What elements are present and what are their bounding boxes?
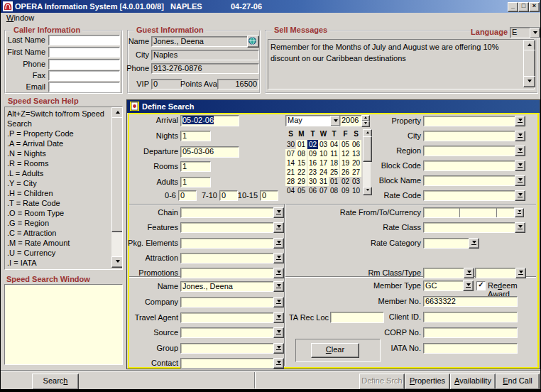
calendar-day[interactable]: 06 (307, 186, 318, 195)
email-field[interactable] (48, 82, 120, 92)
calendar-day[interactable]: 08 (329, 186, 339, 195)
source-lov-button[interactable] (273, 327, 284, 338)
close-button[interactable]: × (529, 2, 540, 12)
nights-field[interactable]: 1 (180, 131, 211, 141)
pkg-elements-lov-button[interactable] (273, 238, 284, 249)
contact-lov-button[interactable] (273, 358, 284, 369)
list-item[interactable]: .H = Children (7, 188, 108, 198)
name-field[interactable]: Jones., Deena (180, 281, 276, 292)
company-lov-button[interactable] (273, 297, 284, 307)
calendar-day[interactable]: 01 (329, 177, 339, 186)
menu-item-window[interactable]: Window (6, 13, 34, 22)
vip-field[interactable]: 0 (151, 79, 182, 89)
group-field[interactable] (180, 343, 276, 354)
redeem-award-checkbox[interactable]: ✓ (476, 281, 486, 290)
calendar-day[interactable]: 31 (318, 177, 329, 186)
minimize-button[interactable]: _ (508, 2, 518, 12)
scrollbar-thumb[interactable] (111, 117, 123, 232)
promotions-lov-button[interactable] (273, 268, 284, 278)
corp-no-field[interactable] (423, 327, 518, 338)
arrival-field[interactable]: 05-02-06 (180, 115, 239, 126)
adults-field[interactable]: 1 (180, 177, 211, 187)
list-item[interactable]: .U = Currency (7, 248, 108, 258)
first-name-field[interactable] (48, 47, 120, 58)
calendar-day[interactable]: 11 (329, 149, 339, 158)
features-lov-button[interactable] (273, 222, 284, 233)
list-item[interactable]: .M = Rate Amount (7, 238, 108, 248)
calendar-day[interactable]: 01 (296, 140, 307, 149)
guest-name-field[interactable]: Jones., Deena (151, 36, 248, 47)
rate-code-field[interactable] (423, 190, 518, 201)
list-item[interactable]: .I = IATA (7, 258, 108, 268)
iata-no-field[interactable] (423, 343, 518, 354)
client-id-field[interactable] (423, 312, 518, 322)
travel-agent-field[interactable] (180, 312, 276, 323)
calendar-day[interactable]: 21 (285, 168, 296, 177)
rate-category-field[interactable] (423, 238, 471, 249)
calendar-day[interactable]: 28 (285, 177, 296, 186)
property-lov-button[interactable] (515, 116, 525, 126)
calendar-day[interactable]: 30 (307, 177, 318, 186)
children-10-15-field[interactable]: 0 (260, 190, 278, 201)
calendar-day[interactable]: 03 (318, 140, 329, 149)
calendar-day[interactable]: 17 (318, 158, 329, 168)
features-field[interactable] (180, 222, 276, 233)
member-type-lov-button[interactable] (463, 281, 474, 291)
sell-message-scrollbar[interactable] (523, 40, 534, 87)
attraction-lov-button[interactable] (273, 253, 284, 263)
property-field[interactable] (423, 116, 518, 126)
rate-class-lov-button[interactable] (515, 222, 525, 233)
block-code-field[interactable] (423, 160, 518, 171)
rate-currency-lov-button[interactable] (515, 208, 524, 217)
calendar-day[interactable]: 02 (307, 140, 318, 149)
calendar-day[interactable]: 07 (318, 186, 329, 195)
departure-field[interactable]: 05-03-06 (180, 146, 239, 158)
calendar-day[interactable]: 29 (296, 177, 307, 186)
list-item[interactable]: .R = Rooms (7, 158, 108, 168)
guest-city-field[interactable]: Naples (151, 50, 259, 60)
source-field[interactable] (180, 327, 276, 338)
speed-search-input[interactable] (4, 284, 123, 365)
block-name-field[interactable] (423, 175, 518, 186)
rm-type-field[interactable] (475, 268, 518, 278)
region-lov-button[interactable] (515, 146, 525, 156)
list-item[interactable]: .C = Attraction (7, 228, 108, 238)
calendar-day[interactable]: 16 (307, 158, 318, 168)
scroll-down-button[interactable] (523, 76, 535, 87)
maximize-button[interactable]: □ (518, 2, 529, 12)
member-type-field[interactable]: GC (423, 281, 466, 291)
calendar-day[interactable]: 23 (307, 168, 318, 177)
list-item[interactable]: .P = Property Code (7, 129, 108, 138)
calendar-day[interactable]: 25 (329, 168, 339, 177)
list-item[interactable]: .O = Room Type (7, 208, 108, 218)
promotions-field[interactable] (180, 268, 276, 278)
contact-field[interactable] (180, 358, 276, 369)
city-lov-button[interactable] (515, 131, 525, 141)
availability-button[interactable]: Availability (450, 374, 496, 390)
calendar-day[interactable]: 09 (307, 149, 318, 158)
calendar-day[interactable]: 14 (285, 158, 296, 168)
profile-lookup-button[interactable] (247, 36, 259, 48)
calendar-day[interactable]: 15 (296, 158, 307, 168)
scroll-down-button[interactable] (111, 256, 123, 268)
calendar-day[interactable]: 05 (296, 186, 307, 195)
rooms-field[interactable]: 1 (180, 161, 211, 172)
calendar-day[interactable]: 07 (285, 149, 296, 158)
name-lov-button[interactable] (273, 281, 284, 292)
points-avail-field[interactable]: 16500 (217, 79, 259, 89)
list-item[interactable]: .A = Arrival Date (7, 138, 108, 148)
calendar-month-select[interactable]: May (285, 115, 341, 126)
pkg-elements-field[interactable] (180, 238, 276, 249)
rm-class-lov-button[interactable] (464, 268, 474, 278)
speed-help-scrollbar[interactable] (111, 107, 122, 268)
last-name-field[interactable] (48, 35, 120, 45)
language-select[interactable]: E (510, 27, 541, 38)
rate-category-lov-button[interactable] (469, 238, 479, 249)
list-item[interactable]: .L = Adults (7, 168, 108, 178)
language-dropdown-button[interactable] (530, 28, 540, 38)
rate-code-lov-button[interactable] (515, 190, 525, 201)
calendar-day[interactable]: 24 (318, 168, 329, 177)
block-code-lov-button[interactable] (515, 160, 525, 171)
rm-type-lov-button[interactable] (515, 268, 526, 278)
region-field[interactable] (423, 146, 518, 156)
